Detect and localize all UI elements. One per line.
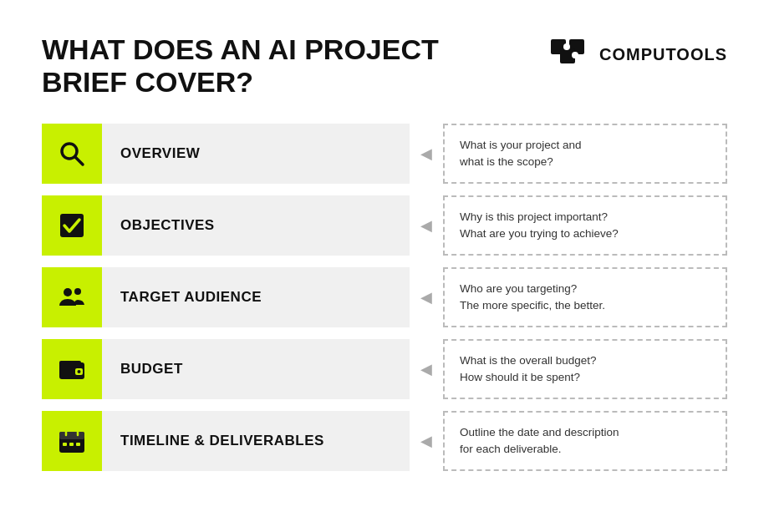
objectives-label: OBJECTIVES: [120, 217, 215, 234]
desc-text-3: What is the overall budget? How should i…: [460, 352, 597, 387]
timeline-label: TIMELINE & DELIVERABLES: [120, 433, 324, 449]
target-audience-label: TARGET AUDIENCE: [120, 289, 262, 306]
timeline-icon-box: [42, 411, 102, 471]
arrow-3: ◀: [420, 339, 432, 399]
page: WHAT DOES AN AI PROJECT BRIEF COVER? COM…: [0, 0, 769, 532]
svg-rect-11: [59, 361, 81, 366]
items-column: OVERVIEW OBJECTIVES: [42, 124, 410, 471]
objectives-label-box: OBJECTIVES: [102, 195, 410, 256]
overview-icon-box: [42, 124, 102, 184]
arrow-column: ◀ ◀ ◀ ◀ ◀: [410, 124, 443, 471]
logo-area: COMPUTOOLS: [549, 38, 727, 71]
users-icon: [57, 282, 87, 312]
svg-rect-15: [59, 432, 84, 439]
svg-point-8: [64, 288, 72, 296]
list-item: TIMELINE & DELIVERABLES: [42, 411, 410, 471]
svg-point-9: [74, 288, 81, 295]
svg-point-4: [572, 52, 578, 58]
budget-icon-box: [42, 339, 102, 399]
arrow-1: ◀: [420, 195, 432, 256]
budget-label-box: BUDGET: [102, 339, 410, 399]
svg-rect-18: [63, 443, 67, 446]
list-item: OVERVIEW: [42, 124, 410, 184]
computools-logo-icon: [549, 38, 591, 71]
objectives-icon-box: [42, 195, 102, 256]
desc-text-0: What is your project and what is the sco…: [460, 137, 582, 171]
target-audience-label-box: TARGET AUDIENCE: [102, 267, 410, 327]
desc-text-1: Why is this project important? What are …: [460, 209, 619, 243]
svg-point-3: [563, 43, 570, 50]
list-item: TARGET AUDIENCE: [42, 267, 410, 327]
overview-label: OVERVIEW: [120, 145, 200, 162]
svg-rect-20: [76, 443, 80, 446]
svg-line-6: [75, 157, 83, 165]
arrow-2: ◀: [420, 267, 432, 327]
checkmark-icon: [57, 210, 87, 241]
main-title: WHAT DOES AN AI PROJECT BRIEF COVER?: [42, 33, 439, 99]
desc-box-0: What is your project and what is the sco…: [443, 124, 727, 184]
wallet-icon: [57, 354, 87, 384]
overview-label-box: OVERVIEW: [102, 124, 410, 184]
list-item: BUDGET: [42, 339, 410, 399]
search-icon: [57, 139, 87, 169]
content: OVERVIEW OBJECTIVES: [42, 124, 727, 471]
arrow-4: ◀: [420, 411, 432, 471]
list-item: OBJECTIVES: [42, 195, 410, 256]
desc-box-1: Why is this project important? What are …: [443, 195, 727, 256]
desc-box-4: Outline the date and description for eac…: [443, 411, 727, 471]
svg-rect-19: [69, 443, 74, 446]
desc-column: What is your project and what is the sco…: [443, 124, 727, 471]
budget-label: BUDGET: [120, 361, 183, 377]
arrow-0: ◀: [420, 124, 432, 184]
header: WHAT DOES AN AI PROJECT BRIEF COVER? COM…: [42, 33, 727, 99]
desc-text-4: Outline the date and description for eac…: [460, 424, 619, 459]
timeline-label-box: TIMELINE & DELIVERABLES: [102, 411, 410, 471]
desc-box-2: Who are you targeting? The more specific…: [443, 267, 727, 327]
desc-box-3: What is the overall budget? How should i…: [443, 339, 727, 399]
target-audience-icon-box: [42, 267, 102, 327]
calendar-icon: [57, 426, 87, 456]
desc-text-2: Who are you targeting? The more specific…: [460, 281, 605, 315]
logo-text: COMPUTOOLS: [599, 45, 727, 64]
svg-point-13: [78, 370, 81, 373]
